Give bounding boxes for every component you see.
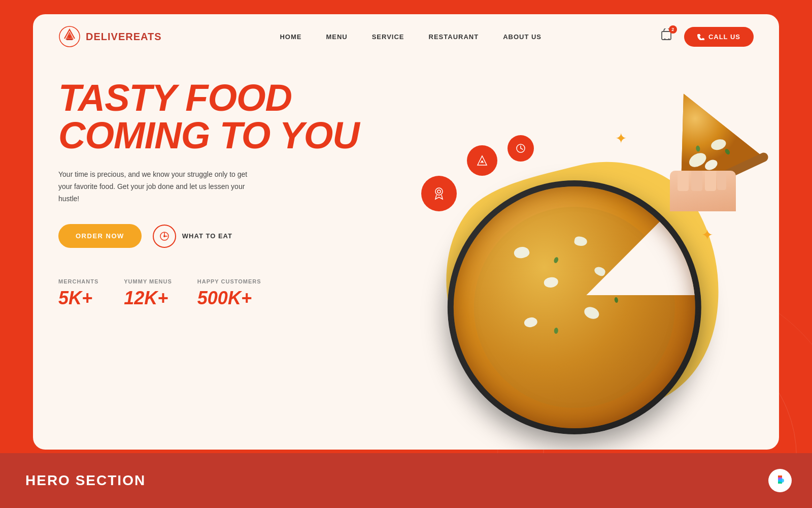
order-now-button[interactable]: ORDER NOW [58,224,142,248]
feature-circle-pizza [467,145,497,176]
hero-title-line2: COMING TO YOU [58,114,359,156]
nav-home[interactable]: HOME [280,33,301,41]
pizza-circle-icon [159,231,170,242]
stat-menus-value: 12K+ [124,288,172,309]
hand [670,171,736,211]
stats-section: MERCHANTS 5K+ YUMMY MENUS 12K+ HAPPY CUS… [58,278,406,309]
cart-badge: 2 [669,25,677,34]
svg-point-16 [780,479,784,483]
stat-merchants: MERCHANTS 5K+ [58,278,98,309]
stat-customers: HAPPY CUSTOMERS 500K+ [197,278,261,309]
what-to-eat-link[interactable]: WHAT TO EAT [153,225,232,248]
phone-icon [697,33,704,40]
svg-rect-2 [662,31,671,40]
hero-subtitle: Your time is precious, and we know your … [58,169,251,205]
feature-circles-area [421,135,553,216]
feature-circle-clock [507,135,534,162]
logo[interactable]: DELIVEREATS [58,25,162,48]
svg-point-4 [668,39,669,40]
figma-logo [774,474,786,487]
hero-title-line1: TASTY FOOD [58,77,292,119]
nav-about[interactable]: ABOUT US [503,33,542,41]
nav-links: HOME MENU SERVICE RESTAURANT ABOUT US [280,33,542,41]
svg-point-7 [435,188,443,195]
pizza-base [453,186,695,428]
call-button[interactable]: CALL US [684,27,754,47]
svg-point-6 [163,235,165,237]
svg-point-1 [68,35,71,38]
figma-icon[interactable] [768,469,792,492]
nav-right: 2 CALL US [660,27,754,47]
hero-section: TASTY FOOD COMING TO YOU Your time is pr… [33,59,779,450]
pizza-crust-shadow [453,186,695,428]
award-icon [431,186,447,201]
svg-point-9 [481,161,483,163]
clock-icon [515,142,527,154]
sparkle-icon-2: ✦ [701,227,713,243]
floating-pizza-slice [647,84,759,211]
stat-customers-value: 500K+ [197,288,261,309]
hero-left: TASTY FOOD COMING TO YOU Your time is pr… [58,69,406,309]
brand-name: DELIVEREATS [86,31,162,43]
call-label: CALL US [708,33,740,41]
sparkle-icon-1: ✦ [615,130,627,147]
nav-service[interactable]: SERVICE [372,33,404,41]
navbar: DELIVEREATS HOME MENU SERVICE RESTAURANT… [33,14,779,59]
feature-circle-award [421,176,457,211]
svg-point-8 [437,190,441,193]
nav-menu[interactable]: MENU [326,33,347,41]
svg-point-3 [664,39,665,40]
what-to-eat-icon-circle [153,225,176,248]
stat-merchants-label: MERCHANTS [58,278,98,284]
logo-icon [58,25,81,48]
footer-bar: HERO SECTION [0,453,812,508]
hero-card: DELIVEREATS HOME MENU SERVICE RESTAURANT… [33,14,779,450]
stat-customers-label: HAPPY CUSTOMERS [197,278,261,284]
stat-menus: YUMMY MENUS 12K+ [124,278,172,309]
nav-restaurant[interactable]: RESTAURANT [429,33,479,41]
pizza-icon [476,154,489,167]
stat-menus-label: YUMMY MENUS [124,278,172,284]
hero-title: TASTY FOOD COMING TO YOU [58,79,406,154]
cart-button[interactable]: 2 [660,28,674,45]
what-to-eat-label: WHAT TO EAT [182,232,232,240]
hero-right: ✦ ✦ [406,69,754,450]
hero-actions: ORDER NOW WHAT TO EAT [58,224,406,248]
footer-section-label: HERO SECTION [25,472,146,489]
stat-merchants-value: 5K+ [58,288,98,309]
